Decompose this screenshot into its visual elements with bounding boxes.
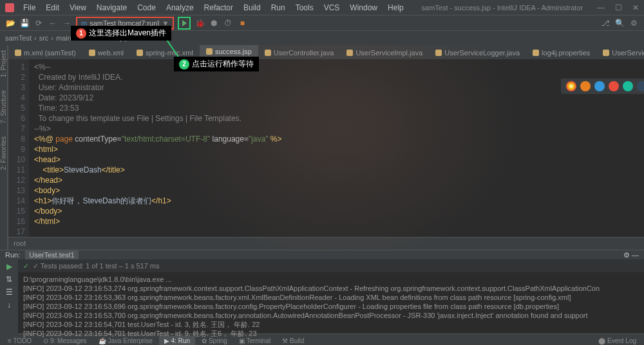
coverage-icon[interactable]: ⬢ (209, 18, 219, 28)
rail-favorites[interactable]: 2: Favorites (0, 136, 7, 170)
rail-structure[interactable]: 7: Structure (0, 90, 7, 124)
btab-messages[interactable]: ⊙ 9: Messages (38, 336, 91, 345)
run-panel: Run: UserTest.test1 ⚙ — ▶ ⇅ ☰ ↓ ✓✓ Tests… (0, 250, 644, 333)
menu-vcs[interactable]: VCS (320, 2, 344, 14)
play-icon (182, 20, 187, 26)
refresh-icon[interactable]: ⟳ (33, 18, 44, 28)
menu-code[interactable]: Code (133, 2, 160, 14)
menu-view[interactable]: View (66, 2, 90, 14)
callout-1-text: 这里选择出Maven插件 (89, 28, 166, 39)
menu-tools[interactable]: Tools (292, 2, 317, 14)
app-icon (5, 3, 14, 12)
branch-icon[interactable]: ⎇ (600, 18, 611, 28)
editor-tab[interactable]: UserServiceImpl.java (340, 46, 429, 59)
browser-icons (561, 79, 644, 94)
event-log[interactable]: ⬤ Event Log (593, 336, 641, 345)
main-menu: File Edit View Navigate Code Analyze Ref… (19, 2, 408, 14)
menu-build[interactable]: Build (240, 2, 265, 14)
editor-tab[interactable]: UserController.java (258, 46, 341, 59)
opera-icon[interactable] (609, 81, 619, 91)
btab-spring[interactable]: ✿ Spring (196, 336, 232, 345)
editor-tab[interactable]: UserService.java (596, 46, 644, 59)
menu-run[interactable]: Run (267, 2, 289, 14)
run-button[interactable] (178, 17, 191, 30)
editor[interactable]: 1234567891011121314151617 <%-- Created b… (8, 59, 644, 237)
menu-analyze[interactable]: Analyze (162, 2, 198, 14)
menu-refactor[interactable]: Refactor (200, 2, 237, 14)
profile-icon[interactable]: ⏱ (223, 18, 233, 28)
editor-tab[interactable]: m.xml (samTest) (8, 46, 82, 59)
stop-icon[interactable]: ■ (237, 18, 247, 28)
chrome-icon[interactable] (566, 81, 576, 91)
callout-2: 2 点击运行稍作等待 (174, 57, 259, 71)
editor-breadcrumb: root (8, 237, 644, 250)
callout-badge-1: 1 (76, 28, 86, 39)
editor-area: m.xml (samTest)web.xmlspring-mvc.xmlsucc… (8, 45, 644, 250)
btab-terminal[interactable]: ▣ Terminal (234, 336, 276, 345)
menu-edit[interactable]: Edit (42, 2, 63, 14)
toggle-icon[interactable]: ⇅ (6, 275, 12, 284)
settings-icon[interactable]: ⚙ (629, 18, 639, 28)
run-panel-title: Run: (5, 251, 20, 259)
window-title: samTest - success.jsp - IntelliJ IDEA - … (408, 4, 597, 12)
rerun-icon[interactable]: ▶ (6, 262, 12, 271)
menu-window[interactable]: Window (346, 2, 381, 14)
breadcrumb-root[interactable]: samTest (5, 34, 32, 42)
menu-help[interactable]: Help (384, 2, 408, 14)
test-status-bar: ✓✓ Tests passed: 1 of 1 test – 1 s 517 m… (18, 259, 644, 272)
callout-badge-2: 2 (179, 59, 189, 70)
save-icon[interactable]: 💾 (19, 18, 30, 28)
search-everywhere-icon[interactable]: 🔍 (614, 18, 625, 28)
editor-tab[interactable]: web.xml (82, 46, 130, 59)
callout-2-text: 点击运行稍作等待 (192, 59, 254, 70)
test-status-text: ✓ Tests passed: 1 of 1 test – 1 s 517 ms (33, 262, 160, 270)
run-panel-settings-icon[interactable]: ⚙ — (623, 251, 639, 259)
run-panel-config[interactable]: UserTest.test1 (25, 250, 78, 259)
window-controls: — ☐ ✕ (597, 3, 639, 12)
run-controls: ▶ ⇅ ☰ ↓ (0, 259, 18, 340)
breadcrumb-main[interactable]: main (56, 34, 71, 42)
left-rail: 1: Project 7: Structure 2: Favorites (0, 45, 8, 250)
callout-1: 1 这里选择出Maven插件 (71, 26, 171, 41)
debug-icon[interactable]: 🐞 (194, 18, 205, 28)
minimize-icon[interactable]: — (597, 3, 605, 12)
back-icon[interactable]: ← (48, 18, 58, 28)
maximize-icon[interactable]: ☐ (615, 3, 622, 12)
breadcrumb-src[interactable]: src (39, 34, 49, 42)
console-output[interactable]: D:\programinglanguage\jdk1.8.0\bin\java.… (18, 272, 644, 340)
btab-build[interactable]: ⚒ Build (277, 336, 309, 345)
menu-navigate[interactable]: Navigate (93, 2, 131, 14)
titlebar: File Edit View Navigate Code Analyze Ref… (0, 0, 644, 15)
run-panel-header: Run: UserTest.test1 ⚙ — (0, 250, 644, 259)
export-icon[interactable]: ↓ (7, 301, 11, 310)
gutter: 1234567891011121314151617 (8, 59, 29, 237)
safari-icon[interactable] (594, 81, 605, 91)
open-icon[interactable]: 📂 (5, 18, 15, 28)
code-area[interactable]: <%-- Created by IntelliJ IDEA. User: Adm… (29, 59, 644, 237)
edge-icon[interactable] (623, 81, 633, 91)
builtin-icon[interactable] (637, 81, 644, 91)
main-area: 1: Project 7: Structure 2: Favorites ▣ P… (0, 45, 644, 250)
close-icon[interactable]: ✕ (632, 3, 639, 12)
btab-todo[interactable]: ≡ TODO (3, 336, 37, 345)
editor-tabs: m.xml (samTest)web.xmlspring-mvc.xmlsucc… (8, 45, 644, 59)
menu-file[interactable]: File (19, 2, 39, 14)
btab-javaee[interactable]: ☕ Java Enterprise (93, 336, 158, 345)
btab-run[interactable]: ▶ 4: Run (159, 336, 195, 345)
rail-project[interactable]: 1: Project (0, 50, 7, 77)
editor-tab[interactable]: log4j.properties (526, 46, 596, 59)
editor-tab[interactable]: UserServiceLogger.java (429, 46, 526, 59)
firefox-icon[interactable] (580, 81, 591, 91)
filter-icon[interactable]: ☰ (6, 288, 13, 297)
